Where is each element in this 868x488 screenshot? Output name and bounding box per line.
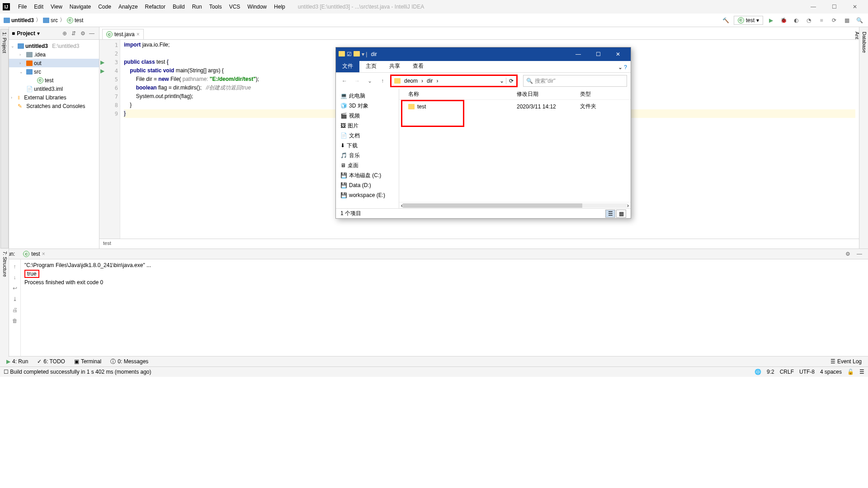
settings-button[interactable]: ⚙ xyxy=(78,30,87,37)
menu-navigate[interactable]: Navigate xyxy=(66,2,94,12)
menu-help[interactable]: Help xyxy=(270,2,289,12)
tree-item[interactable]: ›.idea xyxy=(9,50,99,59)
ant-tool-tab[interactable]: Ant xyxy=(854,29,861,249)
structure-tool-tab[interactable]: 7: Structure xyxy=(1,249,9,357)
print-button[interactable]: 🖨 xyxy=(9,305,20,315)
column-header-name[interactable]: 名称 xyxy=(408,90,517,98)
menu-run[interactable]: Run xyxy=(189,2,206,12)
forward-button[interactable]: → xyxy=(352,76,362,86)
console-output[interactable]: "C:\Program Files\Java\jdk1.8.0_241\bin\… xyxy=(21,259,868,356)
update-button[interactable]: ⟳ xyxy=(829,15,839,25)
explorer-close-button[interactable]: ✕ xyxy=(608,47,628,61)
checkbox-icon[interactable]: ☑ xyxy=(347,51,352,57)
recent-dropdown[interactable]: ⌄ xyxy=(365,76,375,86)
tree-item[interactable]: Ctest xyxy=(9,76,99,84)
ribbon-tab-file[interactable]: 文件 xyxy=(336,60,359,72)
close-button[interactable]: ✕ xyxy=(844,0,865,14)
menu-build[interactable]: Build xyxy=(169,2,189,12)
sidebar-item[interactable]: 🖥桌面 xyxy=(336,160,399,170)
run-hide-button[interactable]: — xyxy=(854,249,864,259)
tree-item[interactable]: ›out xyxy=(9,59,99,67)
minimize-button[interactable]: — xyxy=(803,0,824,14)
coverage-button[interactable]: ◐ xyxy=(791,15,801,25)
breadcrumb-item[interactable]: untitled3 xyxy=(4,17,34,23)
stop-button[interactable]: ■ xyxy=(816,15,826,25)
column-header-date[interactable]: 修改日期 xyxy=(517,90,580,98)
breadcrumb-item[interactable]: src xyxy=(43,17,58,23)
run-settings-button[interactable]: ⚙ xyxy=(843,249,853,259)
help-icon[interactable]: ? xyxy=(624,64,627,70)
up-button[interactable]: ↑ xyxy=(9,261,20,272)
menu-code[interactable]: Code xyxy=(94,2,115,12)
maximize-button[interactable]: ☐ xyxy=(824,0,844,14)
terminal-tab-button[interactable]: ▣Terminal xyxy=(70,357,106,366)
clear-button[interactable]: 🗑 xyxy=(9,315,20,326)
details-view-button[interactable]: ☰ xyxy=(605,210,615,218)
profile-button[interactable]: ◔ xyxy=(804,15,814,25)
wrap-button[interactable]: ↩ xyxy=(9,283,20,294)
run-button[interactable]: ▶ xyxy=(766,15,776,25)
debug-button[interactable]: 🐞 xyxy=(778,15,788,25)
sidebar-item[interactable]: 📄文档 xyxy=(336,131,399,141)
address-bar[interactable]: deom› dir› ⌄ ⟳ xyxy=(390,75,518,87)
database-tool-tab[interactable]: Database xyxy=(861,29,868,249)
expand-button[interactable]: ⇵ xyxy=(69,30,78,37)
close-tab-icon[interactable]: × xyxy=(137,31,140,38)
menu-view[interactable]: View xyxy=(47,2,66,12)
back-button[interactable]: ← xyxy=(340,76,349,86)
ribbon-tab-share[interactable]: 共享 xyxy=(383,60,406,72)
indent-setting[interactable]: 4 spaces xyxy=(820,369,842,375)
run-tab-button[interactable]: ▶4: Run xyxy=(2,357,33,366)
readonly-icon[interactable]: 🔓 xyxy=(847,369,854,375)
tree-item[interactable]: ›⫴ External Libraries xyxy=(9,93,99,102)
explorer-maximize-button[interactable]: ☐ xyxy=(588,47,608,61)
select-file-button[interactable]: ⊕ xyxy=(60,30,69,37)
column-header-type[interactable]: 类型 xyxy=(580,90,616,98)
sidebar-item[interactable]: 🎵音乐 xyxy=(336,150,399,160)
sidebar-item[interactable]: 💾本地磁盘 (C:) xyxy=(336,170,399,180)
sidebar-item[interactable]: 🎬视频 xyxy=(336,111,399,121)
menu-refactor[interactable]: Refactor xyxy=(142,2,169,12)
horizontal-scrollbar[interactable]: ‹› xyxy=(399,202,631,208)
icons-view-button[interactable]: ▦ xyxy=(616,210,626,218)
explorer-minimize-button[interactable]: — xyxy=(568,47,588,61)
breadcrumb-item[interactable]: Ctest xyxy=(67,17,83,23)
menu-analyze[interactable]: Analyze xyxy=(115,2,142,12)
ribbon-expand-icon[interactable]: ⌄ xyxy=(618,64,623,70)
menu-file[interactable]: File xyxy=(14,2,30,12)
tree-root[interactable]: ⌄untitled3 E:\untitled3 xyxy=(9,42,99,50)
sidebar-item[interactable]: 🖼图片 xyxy=(336,121,399,131)
run-config-dropdown[interactable]: Ctest▾ xyxy=(734,16,763,25)
eventlog-tab-button[interactable]: ☰Event Log xyxy=(826,357,866,366)
sidebar-item[interactable]: 💾Data (D:) xyxy=(336,180,399,190)
sidebar-item[interactable]: 🧊3D 对象 xyxy=(336,101,399,111)
favorites-tool-tab[interactable]: 2: Favorites xyxy=(0,249,1,357)
messages-tab-button[interactable]: ⓘ0: Messages xyxy=(106,357,153,367)
layout-button[interactable]: ▦ xyxy=(842,15,852,25)
sidebar-item[interactable]: 💻此电脑 xyxy=(336,91,399,101)
scroll-button[interactable]: ⤓ xyxy=(9,294,20,305)
menu-edit[interactable]: Edit xyxy=(30,2,47,12)
tree-item[interactable]: ✎ Scratches and Consoles xyxy=(9,102,99,110)
up-button[interactable]: ↑ xyxy=(377,76,387,86)
menu-tools[interactable]: Tools xyxy=(206,2,226,12)
line-separator[interactable]: CRLF xyxy=(780,369,794,375)
menu-window[interactable]: Window xyxy=(244,2,270,12)
project-tool-tab[interactable]: 1: Project xyxy=(0,29,9,249)
down-button[interactable]: ↓ xyxy=(9,272,20,283)
ribbon-tab-home[interactable]: 主页 xyxy=(359,60,383,72)
sidebar-item[interactable]: ⬇下载 xyxy=(336,141,399,150)
hide-button[interactable]: — xyxy=(87,30,96,37)
memory-icon[interactable]: ☰ xyxy=(859,369,864,375)
tree-item[interactable]: ⌄src xyxy=(9,67,99,76)
menu-vcs[interactable]: VCS xyxy=(226,2,244,12)
build-button[interactable]: 🔨 xyxy=(721,15,731,25)
editor-tab[interactable]: Ctest.java× xyxy=(102,29,144,39)
refresh-button[interactable]: ⟳ xyxy=(506,78,514,84)
todo-tab-button[interactable]: ✓6: TODO xyxy=(33,357,70,366)
search-button[interactable]: 🔍 xyxy=(854,15,864,25)
ribbon-tab-view[interactable]: 查看 xyxy=(406,60,430,72)
search-box[interactable]: 🔍 搜索"dir" xyxy=(523,75,627,87)
file-encoding[interactable]: UTF-8 xyxy=(799,369,815,375)
cursor-position[interactable]: 9:2 xyxy=(767,369,774,375)
